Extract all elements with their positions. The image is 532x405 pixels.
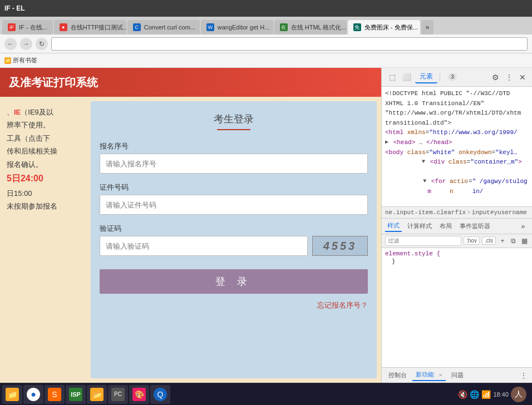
html-line-body[interactable]: <body class="white" onkeydown="keyl… (385, 148, 529, 158)
back-button[interactable]: ← (4, 38, 17, 50)
tab-2[interactable]: ● 在线HTTP接口测试... (54, 20, 126, 34)
taskbar-pc-btn[interactable]: PC (108, 385, 128, 404)
network-icon[interactable]: 🌐 (470, 390, 479, 399)
styles-filter-input[interactable] (385, 236, 461, 246)
volume-icon[interactable]: 🔇 (458, 390, 467, 399)
styles-tab-style[interactable]: 样式 (385, 220, 402, 232)
bottom-tab-close-btn[interactable]: ✕ (439, 372, 442, 378)
devtools-tab-elements[interactable]: 元素 (415, 71, 437, 83)
style-prop-close: } (385, 258, 529, 265)
taskbar-paint-btn[interactable]: 🎨 (129, 385, 149, 404)
bottom-tab-features[interactable]: 新功能 ✕ (412, 369, 446, 381)
devtools-settings-btn[interactable]: ⚙ (490, 72, 501, 83)
form-title: 考生登录 (214, 112, 254, 126)
breadcrumb-item-1[interactable]: ne.input-item.clearfix (385, 209, 466, 216)
taskbar-folder-btn[interactable]: 📂 (87, 385, 107, 404)
forward-button[interactable]: → (20, 38, 32, 50)
form-label-captcha: 验证码 (100, 224, 368, 234)
devtools-html-tree[interactable]: <!DOCTYPE html PUBLIC "-//W3C//DTD XHTML… (382, 87, 532, 206)
style-selector: element.style { (385, 250, 529, 257)
html-line-head[interactable]: ▶ <head> … </head> (385, 138, 529, 148)
captcha-input[interactable] (100, 236, 308, 256)
tab-label-1: IF - 在线... (19, 23, 47, 32)
devtools-toolbar: ⬚ ⬜ 元素 3 ⚙ ⋮ ✕ (382, 68, 532, 87)
s-icon: S (48, 388, 61, 401)
tab-favicon-2: ● (60, 23, 67, 31)
main-area: 及准考证打印系统 、IE（IE9及以 辨率下使用。 工具（点击下 传和后续相关操… (0, 68, 532, 383)
qq-icon: Q (154, 388, 167, 401)
devtools-device-btn[interactable]: ⬜ (401, 71, 413, 83)
breadcrumb-item-2[interactable]: input#yusername (472, 209, 527, 216)
tab-1[interactable]: IF IF - 在线... (2, 20, 53, 34)
sidebar-line4: 传和后续相关操 (7, 145, 80, 157)
webpage: 及准考证打印系统 、IE（IE9及以 辨率下使用。 工具（点击下 传和后续相关操… (0, 68, 381, 383)
html-line-html[interactable]: <html xmlns="http://www.w3.org/1999/ (385, 128, 529, 138)
login-button[interactable]: 登 录 (100, 269, 368, 294)
bottom-tab-issues[interactable]: 问题 (448, 370, 467, 381)
refresh-button[interactable]: ↻ (36, 38, 48, 50)
tab-3[interactable]: C Convert curl com... (127, 20, 200, 34)
devtools-styles-toolbar: 样式 计算样式 布局 事件监听器 » (382, 219, 532, 234)
tab-more-button[interactable]: » (421, 20, 434, 34)
form-input-username[interactable] (100, 154, 368, 174)
tab-favicon-4: W (206, 23, 214, 31)
form-group-captcha: 验证码 4553 (100, 224, 368, 256)
forgot-link[interactable]: 忘记报名序号？ (317, 300, 368, 310)
net-icon: ISP (69, 388, 82, 401)
taskbar-chrome-btn[interactable]: ● (23, 385, 43, 404)
cls-button[interactable]: .cls (482, 236, 496, 245)
tab-label-3: Convert curl com... (144, 24, 195, 31)
breadcrumb-sep: > (467, 209, 471, 216)
devtools-menu-btn[interactable]: ⋮ (504, 72, 515, 83)
html-line-form[interactable]: ▼ <form action=" /gagwy/stulogin/ (385, 177, 529, 206)
file-icon: 📁 (6, 388, 19, 401)
tab-divider (440, 73, 440, 82)
folder-icon: 📂 (90, 388, 104, 401)
styles-tab-computed[interactable]: 计算样式 (405, 221, 434, 231)
devtools-tab-badge[interactable]: 3 (442, 71, 461, 83)
bottom-menu-btn[interactable]: ⋮ (518, 370, 529, 381)
sidebar-line3: 工具（点击下 (7, 132, 80, 145)
devtools-close-btn[interactable]: ✕ (517, 72, 528, 83)
badge-count: 3 (448, 73, 457, 81)
tab-label-5: 在线 HTML 格式化... (291, 23, 347, 32)
address-input[interactable] (51, 37, 528, 51)
tab-favicon-6: 免 (353, 23, 361, 31)
wifi-icon[interactable]: 📶 (481, 390, 491, 399)
webpage-body: 、IE（IE9及以 辨率下使用。 工具（点击下 传和后续相关操 报名确认。 5日… (0, 97, 381, 383)
webpage-sidebar: 、IE（IE9及以 辨率下使用。 工具（点击下 传和后续相关操 报名确认。 5日… (0, 97, 86, 383)
add-style-btn[interactable]: + (498, 236, 507, 245)
tab-favicon-5: 在 (280, 23, 288, 31)
tab-5[interactable]: 在 在线 HTML 格式化... (274, 20, 347, 34)
webpage-header: 及准考证打印系统 (0, 68, 381, 97)
taskbar-s-btn[interactable]: S (45, 385, 65, 404)
folder-icon: 📁 (4, 57, 11, 64)
bookmarks-all-button[interactable]: 📁 所有书签 (4, 56, 37, 65)
html-line-doctype: <!DOCTYPE html PUBLIC "-//W3C//DTD (385, 89, 529, 99)
devtools-inspect-btn[interactable]: ⬚ (386, 71, 398, 83)
webpage-title: 及准考证打印系统 (9, 75, 98, 90)
sidebar-deadline1: 5日24:00 (7, 171, 80, 187)
hov-button[interactable]: :hov (464, 236, 480, 245)
html-line-container[interactable]: ▼ <div class="container_m"> (385, 157, 529, 177)
layout-icon-btn[interactable]: ▦ (520, 236, 529, 245)
taskbar-net-btn[interactable]: ISP (66, 385, 86, 404)
form-input-idcard[interactable] (100, 195, 368, 215)
taskbar-file-btn[interactable]: 📁 (2, 385, 22, 404)
styles-more-btn[interactable]: » (517, 220, 529, 232)
user-avatar[interactable]: 人 (511, 387, 526, 402)
bookmarks-bar: 📁 所有书签 (0, 53, 532, 68)
login-form-area: 考生登录 报名序号 证件号码 验证码 4553 (91, 101, 377, 378)
tab-4[interactable]: W wangEditor get H... (201, 20, 273, 34)
styles-tab-events[interactable]: 事件监听器 (457, 221, 492, 231)
copy-style-btn[interactable]: ⧉ (509, 236, 518, 245)
tab-label-4: wangEditor get H... (218, 24, 270, 31)
sidebar-deadline2: 日15:00 (7, 187, 80, 200)
taskbar-qq-btn[interactable]: Q (150, 385, 170, 404)
tab-6[interactable]: 免 免费图床 - 免费保... (348, 20, 420, 34)
styles-tab-layout[interactable]: 布局 (437, 221, 454, 231)
sidebar-line6: 未按期参加报名 (7, 200, 80, 213)
captcha-image[interactable]: 4553 (312, 236, 368, 256)
captcha-value: 4553 (323, 240, 357, 253)
bottom-tab-console[interactable]: 控制台 (385, 370, 410, 381)
